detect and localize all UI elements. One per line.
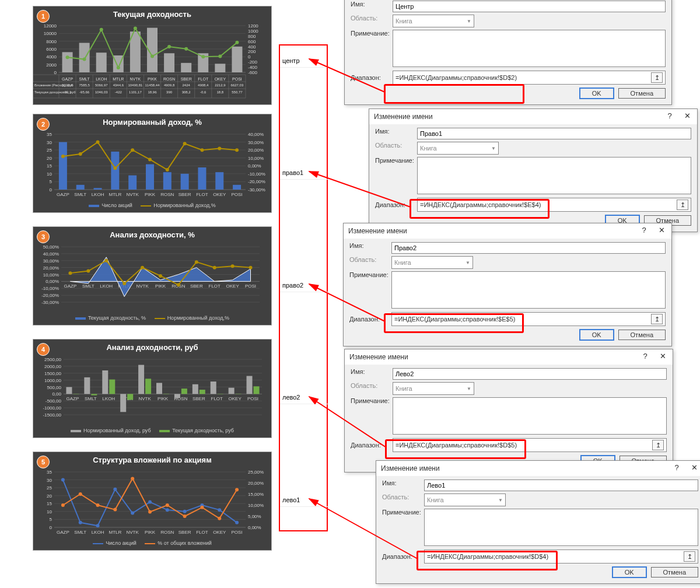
svg-point-300	[218, 517, 221, 520]
svg-point-186	[86, 270, 90, 273]
chart-1: 1 Текущая доходность 0200040006000800010…	[33, 6, 272, 105]
svg-text:20: 20	[47, 494, 52, 499]
chart-svg: 05101520253035-30,00%-20,00%-10,00%0,00%…	[33, 127, 271, 200]
svg-text:5066,97: 5066,97	[95, 83, 108, 87]
svg-point-293	[96, 503, 100, 507]
list-item-pravo1[interactable]: право1	[280, 166, 329, 180]
note-textarea[interactable]	[424, 509, 698, 546]
range-label: Диапазон:	[382, 553, 424, 560]
list-item-levo2[interactable]: лево2	[280, 391, 329, 404]
range-input[interactable]: =ИНДЕКС(Диаграммы;справочник!$D$5)↥	[393, 438, 667, 452]
svg-text:OKEY: OKEY	[226, 284, 240, 289]
range-input[interactable]: =ИНДЕКС(Диаграммы;справочник!$E$4)↥	[417, 198, 691, 212]
svg-text:40,00%: 40,00%	[248, 132, 264, 137]
range-picker-icon[interactable]: ↥	[652, 440, 664, 450]
svg-text:PIKK: PIKK	[145, 530, 156, 535]
range-input[interactable]: =ИНДЕКС(Диаграммы;справочник!$D$4)↥	[424, 550, 698, 564]
svg-point-153	[200, 148, 204, 152]
range-label: Диапазон:	[349, 316, 391, 323]
name-label: Имя:	[375, 128, 417, 135]
svg-point-281	[79, 521, 82, 524]
svg-rect-237	[91, 394, 97, 395]
help-icon[interactable]: ?	[636, 349, 654, 365]
svg-point-43	[201, 55, 205, 58]
svg-text:20,00%: 20,00%	[43, 265, 59, 271]
close-icon[interactable]: ✕	[654, 349, 671, 365]
note-textarea[interactable]	[391, 271, 666, 309]
svg-text:0: 0	[50, 525, 52, 530]
svg-text:35: 35	[47, 132, 52, 137]
range-label: Диапазон:	[375, 201, 417, 208]
note-textarea[interactable]	[393, 30, 666, 67]
list-item-center[interactable]: центр	[280, 54, 329, 68]
name-label: Имя:	[349, 242, 391, 249]
svg-point-146	[79, 152, 82, 156]
name-input[interactable]	[393, 1, 666, 12]
svg-text:OKEY: OKEY	[213, 192, 226, 197]
svg-text:2000,00: 2000,00	[44, 364, 61, 369]
svg-text:1101,17: 1101,17	[129, 90, 142, 94]
svg-text:MTLR: MTLR	[108, 530, 121, 535]
chart-legend: Число акций Нормированный доход,%	[33, 202, 271, 208]
range-picker-icon[interactable]: ↥	[651, 314, 663, 324]
range-input[interactable]: =ИНДЕКС(Диаграммы;справочник!$E$5)↥	[391, 312, 666, 326]
svg-text:SBER: SBER	[190, 284, 203, 289]
svg-point-284	[131, 512, 134, 515]
list-item-levo1[interactable]: лево1	[280, 494, 329, 507]
ok-button[interactable]: OK	[580, 88, 614, 99]
close-icon[interactable]: ✕	[678, 109, 696, 124]
help-icon[interactable]: ?	[635, 223, 653, 239]
svg-rect-241	[163, 394, 169, 394]
range-picker-icon[interactable]: ↥	[651, 72, 663, 83]
chart-badge: 1	[37, 10, 50, 23]
range-picker-icon[interactable]: ↥	[677, 200, 688, 210]
name-input[interactable]	[391, 242, 666, 254]
svg-rect-235	[247, 376, 253, 394]
svg-text:5,00%: 5,00%	[248, 514, 261, 519]
svg-rect-71	[33, 90, 34, 90]
cancel-button[interactable]: Отмена	[618, 330, 666, 340]
svg-point-301	[235, 488, 239, 491]
svg-point-295	[131, 477, 134, 480]
scope-select: Книга▼	[391, 256, 473, 269]
ok-button[interactable]: OK	[612, 567, 646, 578]
svg-text:PIKK: PIKK	[148, 77, 157, 81]
close-icon[interactable]: ✕	[653, 223, 670, 239]
svg-text:OKEY: OKEY	[213, 530, 226, 535]
svg-text:LKOH: LKOH	[92, 530, 104, 535]
svg-text:4000: 4000	[46, 54, 57, 60]
svg-rect-58	[33, 83, 34, 83]
name-input[interactable]	[393, 368, 667, 380]
svg-point-152	[183, 142, 187, 145]
help-icon[interactable]: ?	[668, 461, 685, 476]
svg-point-286	[166, 508, 169, 512]
help-icon[interactable]: ?	[661, 109, 678, 124]
cancel-button[interactable]: Отмена	[618, 88, 666, 99]
svg-text:20,00%: 20,00%	[248, 481, 264, 486]
svg-text:308,2: 308,2	[182, 90, 191, 94]
svg-text:5: 5	[50, 179, 52, 184]
scope-select: Книга▼	[417, 142, 499, 155]
note-textarea[interactable]	[417, 157, 691, 194]
svg-point-38	[117, 66, 120, 69]
svg-text:-30,00%: -30,00%	[41, 300, 59, 305]
list-item-pravo2[interactable]: право2	[280, 279, 329, 292]
name-input[interactable]	[424, 480, 698, 491]
cancel-button[interactable]: Отмена	[651, 567, 698, 578]
range-picker-icon[interactable]: ↥	[684, 551, 695, 562]
note-textarea[interactable]	[393, 397, 667, 435]
svg-text:0,00%: 0,00%	[46, 279, 59, 284]
name-label: Имя:	[382, 480, 424, 487]
name-input[interactable]	[417, 128, 691, 139]
svg-text:POSI: POSI	[247, 396, 258, 401]
svg-text:-30,00%: -30,00%	[248, 187, 265, 192]
svg-rect-137	[111, 152, 119, 190]
range-input[interactable]: =ИНДЕКС(Диаграммы;справочник!$D$2)↥	[393, 71, 666, 85]
svg-text:2000: 2000	[46, 62, 57, 68]
svg-text:-1000,00: -1000,00	[43, 405, 61, 411]
svg-text:0,00%: 0,00%	[248, 163, 261, 169]
close-icon[interactable]: ✕	[685, 461, 700, 476]
chart-2: 2 Нормированный доход, % 05101520253035-…	[33, 114, 272, 213]
name-dialog-levo1: Изменение имени?✕Имя:Область:Книга▼Приме…	[376, 460, 700, 584]
ok-button[interactable]: OK	[580, 330, 614, 340]
